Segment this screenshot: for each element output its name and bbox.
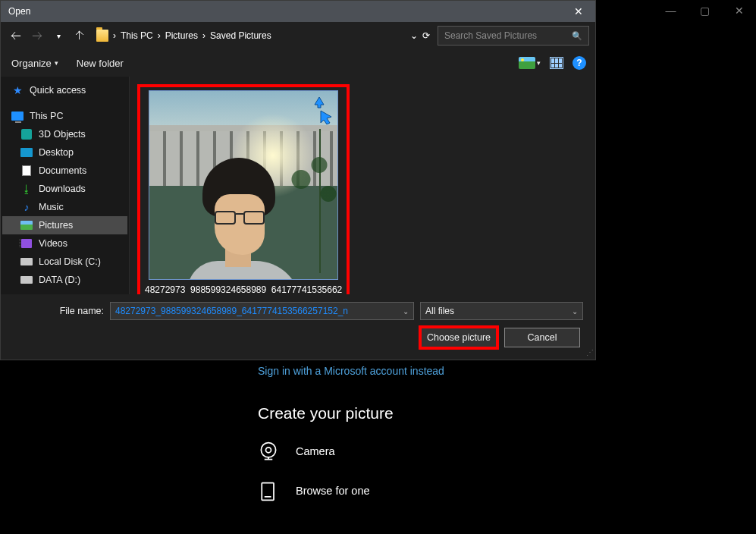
cursor-annotation-icon (304, 94, 334, 124)
dialog-title: Open (8, 6, 30, 17)
sidebar-item-documents[interactable]: Documents (2, 162, 127, 180)
pictures-icon (20, 221, 33, 230)
preview-pane-button[interactable] (550, 57, 563, 69)
file-thumbnail-selected[interactable]: 48272973_988599324658989_641777415356625… (137, 84, 350, 301)
sidebar-item-3d-objects[interactable]: 3D Objects (2, 125, 127, 143)
refresh-button[interactable]: ⟳ (422, 30, 430, 41)
breadcrumb-this-pc[interactable]: This PC (121, 30, 153, 41)
camera-option[interactable]: Camera (258, 441, 756, 462)
sidebar-item-label: Local Disk (C:) (39, 256, 101, 267)
navigation-sidebar: ★ Quick access This PC 3D Objects Deskto… (1, 77, 130, 294)
breadcrumb-sep-icon: › (202, 30, 205, 41)
chevron-down-icon: ▾ (55, 59, 58, 67)
parent-maximize-button[interactable]: ▢ (688, 0, 722, 21)
sidebar-item-label: Quick access (30, 85, 86, 96)
create-your-picture-header: Create your picture (258, 404, 756, 422)
sidebar-item-label: Videos (39, 238, 67, 249)
thumbnail-caption: 48272973_988599324658989_641777415356625… (145, 284, 342, 295)
file-content-area[interactable]: 48272973_988599324658989_641777415356625… (130, 77, 595, 294)
browse-label: Browse for one (296, 485, 370, 497)
dialog-bottom-panel: File name: 48272973_988599324658989_6417… (1, 294, 595, 360)
filename-value: 48272973_988599324658989_641777415356625… (115, 306, 348, 316)
browse-icon (258, 480, 279, 501)
file-type-filter[interactable]: All files ⌄ (420, 302, 583, 320)
nav-up-button[interactable]: 🡡 (71, 27, 89, 45)
filename-label: File name: (13, 306, 104, 316)
sidebar-item-label: This PC (30, 111, 63, 121)
videos-icon (21, 239, 32, 248)
browse-for-one-option[interactable]: Browse for one (258, 480, 756, 501)
breadcrumb-pictures[interactable]: Pictures (165, 30, 198, 41)
dialog-titlebar[interactable]: Open ✕ (1, 1, 595, 22)
cancel-button[interactable]: Cancel (504, 328, 580, 347)
sidebar-item-local-disk-c[interactable]: Local Disk (C:) (2, 253, 127, 271)
sidebar-item-label: Documents (39, 165, 86, 176)
desktop-icon (20, 148, 33, 157)
sidebar-item-videos[interactable]: Videos (2, 234, 127, 253)
svg-point-3 (266, 448, 271, 453)
sidebar-item-label: Pictures (39, 220, 73, 231)
large-icons-icon (519, 57, 535, 69)
help-button[interactable]: ? (572, 56, 586, 70)
settings-background-pane: Sign in with a Microsoft account instead… (0, 360, 756, 520)
organize-menu-button[interactable]: Organize ▾ (11, 58, 58, 69)
organize-label: Organize (11, 58, 52, 69)
sidebar-item-label: 3D Objects (39, 129, 86, 140)
chevron-down-icon[interactable]: ⌄ (403, 307, 409, 316)
star-icon: ★ (11, 84, 24, 96)
view-mode-button[interactable]: ▾ (519, 57, 541, 69)
filename-input[interactable]: 48272973_988599324658989_641777415356625… (110, 302, 414, 320)
folder-icon (96, 30, 108, 42)
open-file-dialog: Open ✕ 🡠 🡢 ▾ 🡡 › This PC › Pictures › Sa… (0, 0, 596, 360)
sidebar-item-this-pc[interactable]: This PC (2, 107, 127, 125)
disk-icon (20, 276, 33, 284)
disk-icon (20, 258, 33, 265)
nav-back-button[interactable]: 🡠 (7, 27, 25, 45)
toolbar-row: Organize ▾ New folder ▾ ? (1, 49, 595, 77)
sidebar-item-downloads[interactable]: ⭳ Downloads (2, 180, 127, 198)
nav-forward-button: 🡢 (28, 27, 46, 45)
documents-icon (22, 165, 31, 176)
sidebar-item-label: Music (39, 202, 64, 212)
sidebar-item-label: DATA (D:) (39, 275, 80, 285)
filter-value: All files (425, 306, 454, 316)
sidebar-item-quick-access[interactable]: ★ Quick access (2, 81, 127, 99)
breadcrumb-bar[interactable]: › This PC › Pictures › Saved Pictures ⌄ … (92, 26, 434, 46)
svg-point-2 (261, 443, 275, 457)
search-input[interactable]: Search Saved Pictures 🔍 (438, 26, 589, 46)
camera-label: Camera (296, 445, 335, 457)
sign-in-microsoft-link[interactable]: Sign in with a Microsoft account instead (258, 365, 756, 377)
breadcrumb-saved-pictures[interactable]: Saved Pictures (210, 30, 271, 41)
search-icon[interactable]: 🔍 (572, 31, 582, 41)
svg-marker-1 (321, 111, 331, 124)
nav-recent-button[interactable]: ▾ (49, 27, 67, 45)
svg-rect-4 (262, 483, 274, 501)
sidebar-item-pictures[interactable]: Pictures (2, 216, 127, 234)
new-folder-button[interactable]: New folder (77, 58, 124, 69)
navigation-row: 🡠 🡢 ▾ 🡡 › This PC › Pictures › Saved Pic… (1, 22, 595, 49)
sidebar-item-label: Desktop (39, 147, 74, 158)
parent-minimize-button[interactable]: — (654, 0, 688, 21)
camera-icon (258, 441, 279, 462)
chevron-down-icon[interactable]: ⌄ (572, 307, 578, 316)
this-pc-icon (11, 112, 24, 121)
chevron-down-icon: ▾ (537, 59, 541, 67)
breadcrumb-history-button[interactable]: ⌄ (410, 30, 418, 41)
svg-rect-5 (265, 496, 271, 498)
resize-grip-icon[interactable]: ⋰ (586, 348, 592, 357)
breadcrumb-sep-icon: › (113, 30, 116, 41)
svg-marker-0 (315, 97, 324, 108)
breadcrumb-sep-icon: › (158, 30, 161, 41)
downloads-icon: ⭳ (20, 183, 33, 195)
dialog-close-button[interactable]: ✕ (561, 1, 595, 22)
sidebar-item-desktop[interactable]: Desktop (2, 143, 127, 162)
sidebar-item-music[interactable]: ♪ Music (2, 198, 127, 216)
sidebar-item-label: Downloads (39, 184, 86, 194)
3d-objects-icon (21, 129, 32, 140)
sidebar-item-data-d[interactable]: DATA (D:) (2, 271, 127, 289)
music-icon: ♪ (20, 201, 33, 213)
choose-picture-button[interactable]: Choose picture (421, 328, 497, 347)
parent-close-button[interactable]: ✕ (722, 0, 756, 21)
thumbnail-image (149, 90, 338, 280)
search-placeholder: Search Saved Pictures (444, 30, 537, 41)
